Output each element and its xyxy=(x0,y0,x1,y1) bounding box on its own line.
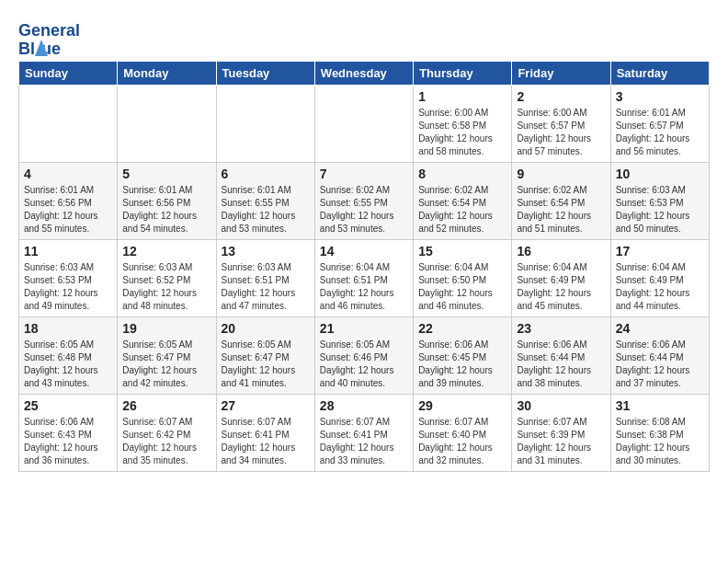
cell-info-text: Sunrise: 6:06 AM Sunset: 6:45 PM Dayligh… xyxy=(418,339,506,390)
cell-info-text: Sunrise: 6:05 AM Sunset: 6:46 PM Dayligh… xyxy=(320,339,408,390)
cell-day-number: 4 xyxy=(24,167,112,181)
cell-day-number: 16 xyxy=(517,244,605,259)
calendar-cell: 22Sunrise: 6:06 AM Sunset: 6:45 PM Dayli… xyxy=(414,317,512,395)
cell-info-text: Sunrise: 6:01 AM Sunset: 6:56 PM Dayligh… xyxy=(24,184,112,236)
cell-info-text: Sunrise: 6:06 AM Sunset: 6:44 PM Dayligh… xyxy=(616,339,704,390)
weekday-header-cell: Friday xyxy=(512,62,610,86)
cell-day-number: 8 xyxy=(418,167,506,181)
cell-day-number: 29 xyxy=(418,398,506,413)
cell-day-number: 25 xyxy=(24,398,112,413)
calendar-cell: 1Sunrise: 6:00 AM Sunset: 6:58 PM Daylig… xyxy=(414,86,512,163)
cell-day-number: 26 xyxy=(122,398,210,413)
cell-info-text: Sunrise: 6:02 AM Sunset: 6:54 PM Dayligh… xyxy=(418,184,506,236)
cell-info-text: Sunrise: 6:03 AM Sunset: 6:53 PM Dayligh… xyxy=(24,261,112,313)
calendar-cell: 8Sunrise: 6:02 AM Sunset: 6:54 PM Daylig… xyxy=(414,163,512,240)
cell-day-number: 19 xyxy=(122,321,210,336)
cell-day-number: 28 xyxy=(320,398,408,413)
cell-day-number: 18 xyxy=(24,321,112,336)
calendar-cell: 24Sunrise: 6:06 AM Sunset: 6:44 PM Dayli… xyxy=(610,317,709,395)
calendar-table: SundayMondayTuesdayWednesdayThursdayFrid… xyxy=(18,61,710,472)
calendar-cell: 15Sunrise: 6:04 AM Sunset: 6:50 PM Dayli… xyxy=(414,240,512,317)
cell-day-number: 11 xyxy=(24,244,112,259)
calendar-cell: 14Sunrise: 6:04 AM Sunset: 6:51 PM Dayli… xyxy=(314,240,413,317)
logo-blue: Bl ue xyxy=(18,40,61,59)
calendar-cell: 17Sunrise: 6:04 AM Sunset: 6:49 PM Dayli… xyxy=(610,240,709,317)
cell-day-number: 13 xyxy=(222,244,310,259)
cell-info-text: Sunrise: 6:02 AM Sunset: 6:55 PM Dayligh… xyxy=(320,184,408,236)
calendar-cell: 30Sunrise: 6:07 AM Sunset: 6:39 PM Dayli… xyxy=(512,395,610,472)
calendar-cell: 2Sunrise: 6:00 AM Sunset: 6:57 PM Daylig… xyxy=(512,86,610,163)
cell-day-number: 9 xyxy=(517,167,605,181)
calendar-body: 1Sunrise: 6:00 AM Sunset: 6:58 PM Daylig… xyxy=(19,86,710,472)
cell-info-text: Sunrise: 6:03 AM Sunset: 6:51 PM Dayligh… xyxy=(222,261,310,313)
cell-info-text: Sunrise: 6:08 AM Sunset: 6:38 PM Dayligh… xyxy=(616,416,704,467)
cell-info-text: Sunrise: 6:05 AM Sunset: 6:48 PM Dayligh… xyxy=(24,339,112,390)
calendar-cell: 10Sunrise: 6:03 AM Sunset: 6:53 PM Dayli… xyxy=(610,163,709,240)
weekday-header-cell: Monday xyxy=(118,62,216,86)
cell-info-text: Sunrise: 6:03 AM Sunset: 6:53 PM Dayligh… xyxy=(616,184,704,236)
cell-day-number: 17 xyxy=(616,244,704,259)
cell-info-text: Sunrise: 6:07 AM Sunset: 6:39 PM Dayligh… xyxy=(517,416,605,467)
calendar-week-row: 4Sunrise: 6:01 AM Sunset: 6:56 PM Daylig… xyxy=(19,163,710,240)
cell-info-text: Sunrise: 6:07 AM Sunset: 6:41 PM Dayligh… xyxy=(222,416,310,467)
calendar-cell xyxy=(118,86,216,163)
cell-day-number: 14 xyxy=(320,244,408,259)
cell-info-text: Sunrise: 6:04 AM Sunset: 6:51 PM Dayligh… xyxy=(320,261,408,313)
calendar-cell: 20Sunrise: 6:05 AM Sunset: 6:47 PM Dayli… xyxy=(216,317,314,395)
calendar-cell: 21Sunrise: 6:05 AM Sunset: 6:46 PM Dayli… xyxy=(314,317,413,395)
cell-day-number: 6 xyxy=(222,167,310,181)
cell-day-number: 1 xyxy=(418,89,506,104)
calendar-cell: 13Sunrise: 6:03 AM Sunset: 6:51 PM Dayli… xyxy=(216,240,314,317)
logo-general: General xyxy=(18,22,61,40)
weekday-header-cell: Tuesday xyxy=(216,62,314,86)
cell-day-number: 10 xyxy=(616,167,704,181)
cell-day-number: 12 xyxy=(122,244,210,259)
cell-info-text: Sunrise: 6:03 AM Sunset: 6:52 PM Dayligh… xyxy=(122,261,210,313)
weekday-header-cell: Sunday xyxy=(19,62,118,86)
calendar-week-row: 1Sunrise: 6:00 AM Sunset: 6:58 PM Daylig… xyxy=(19,86,710,163)
calendar-week-row: 25Sunrise: 6:06 AM Sunset: 6:43 PM Dayli… xyxy=(19,395,710,472)
cell-day-number: 24 xyxy=(616,321,704,336)
cell-day-number: 20 xyxy=(222,321,310,336)
calendar-cell: 29Sunrise: 6:07 AM Sunset: 6:40 PM Dayli… xyxy=(414,395,512,472)
logo: General Bl ue xyxy=(18,22,64,61)
calendar-cell: 7Sunrise: 6:02 AM Sunset: 6:55 PM Daylig… xyxy=(314,163,413,240)
calendar-week-row: 11Sunrise: 6:03 AM Sunset: 6:53 PM Dayli… xyxy=(19,240,710,317)
cell-day-number: 2 xyxy=(517,89,605,104)
calendar-cell xyxy=(314,86,413,163)
cell-day-number: 21 xyxy=(320,321,408,336)
weekday-header-cell: Wednesday xyxy=(314,62,413,86)
cell-day-number: 23 xyxy=(517,321,605,336)
calendar-cell: 31Sunrise: 6:08 AM Sunset: 6:38 PM Dayli… xyxy=(610,395,709,472)
calendar-cell: 16Sunrise: 6:04 AM Sunset: 6:49 PM Dayli… xyxy=(512,240,610,317)
cell-info-text: Sunrise: 6:01 AM Sunset: 6:56 PM Dayligh… xyxy=(122,184,210,236)
cell-day-number: 3 xyxy=(616,89,704,104)
cell-day-number: 30 xyxy=(517,398,605,413)
cell-day-number: 31 xyxy=(616,398,704,413)
calendar-cell: 25Sunrise: 6:06 AM Sunset: 6:43 PM Dayli… xyxy=(19,395,118,472)
calendar-cell: 5Sunrise: 6:01 AM Sunset: 6:56 PM Daylig… xyxy=(118,163,216,240)
calendar-cell: 27Sunrise: 6:07 AM Sunset: 6:41 PM Dayli… xyxy=(216,395,314,472)
calendar-cell: 23Sunrise: 6:06 AM Sunset: 6:44 PM Dayli… xyxy=(512,317,610,395)
weekday-header-cell: Thursday xyxy=(414,62,512,86)
cell-info-text: Sunrise: 6:01 AM Sunset: 6:55 PM Dayligh… xyxy=(222,184,310,236)
calendar-cell: 19Sunrise: 6:05 AM Sunset: 6:47 PM Dayli… xyxy=(118,317,216,395)
cell-info-text: Sunrise: 6:00 AM Sunset: 6:58 PM Dayligh… xyxy=(418,107,506,158)
cell-info-text: Sunrise: 6:02 AM Sunset: 6:54 PM Dayligh… xyxy=(517,184,605,236)
cell-info-text: Sunrise: 6:00 AM Sunset: 6:57 PM Dayligh… xyxy=(517,107,605,158)
calendar-cell: 12Sunrise: 6:03 AM Sunset: 6:52 PM Dayli… xyxy=(118,240,216,317)
svg-marker-0 xyxy=(35,40,48,56)
cell-day-number: 15 xyxy=(418,244,506,259)
cell-info-text: Sunrise: 6:07 AM Sunset: 6:42 PM Dayligh… xyxy=(122,416,210,467)
cell-info-text: Sunrise: 6:05 AM Sunset: 6:47 PM Dayligh… xyxy=(222,339,310,390)
calendar-cell: 9Sunrise: 6:02 AM Sunset: 6:54 PM Daylig… xyxy=(512,163,610,240)
weekday-header-cell: Saturday xyxy=(610,62,709,86)
cell-info-text: Sunrise: 6:06 AM Sunset: 6:44 PM Dayligh… xyxy=(517,339,605,390)
calendar-cell xyxy=(216,86,314,163)
calendar-cell: 26Sunrise: 6:07 AM Sunset: 6:42 PM Dayli… xyxy=(118,395,216,472)
calendar-cell: 4Sunrise: 6:01 AM Sunset: 6:56 PM Daylig… xyxy=(19,163,118,240)
cell-info-text: Sunrise: 6:06 AM Sunset: 6:43 PM Dayligh… xyxy=(24,416,112,467)
calendar-cell: 6Sunrise: 6:01 AM Sunset: 6:55 PM Daylig… xyxy=(216,163,314,240)
calendar-week-row: 18Sunrise: 6:05 AM Sunset: 6:48 PM Dayli… xyxy=(19,317,710,395)
calendar-cell: 3Sunrise: 6:01 AM Sunset: 6:57 PM Daylig… xyxy=(610,86,709,163)
